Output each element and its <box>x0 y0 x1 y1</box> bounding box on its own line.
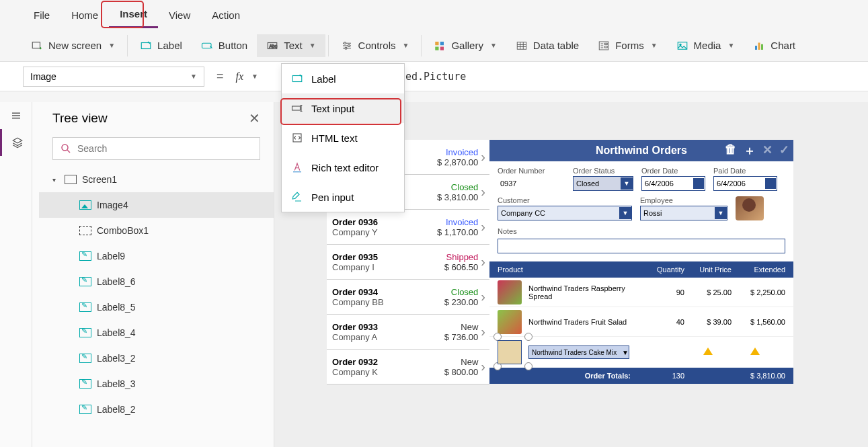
property-selector[interactable]: Image▼ <box>23 67 204 87</box>
chevron-right-icon: › <box>481 219 485 235</box>
svg-text:Abc: Abc <box>270 44 278 48</box>
chevron-right-icon: › <box>481 289 485 304</box>
pen-input-icon <box>291 191 303 203</box>
close-tree-button[interactable]: ✕ <box>249 110 260 126</box>
media-dropdown-button[interactable]: Media▼ <box>667 34 744 57</box>
order-row[interactable]: Order 0933Company A New$ 736.00› <box>327 315 489 350</box>
menu-insert[interactable]: Insert <box>109 1 158 28</box>
hamburger-icon <box>10 110 22 122</box>
order-row[interactable]: Order 0936Company Y Invoiced$ 1,170.00› <box>327 210 489 245</box>
caret-down-icon[interactable]: ▾ <box>52 176 59 184</box>
selected-image-control[interactable] <box>498 340 522 364</box>
search-icon <box>60 143 72 155</box>
svg-rect-18 <box>755 46 757 50</box>
svg-rect-22 <box>292 76 302 82</box>
hamburger-button[interactable] <box>0 102 32 129</box>
dropdown-item-pen-input[interactable]: Pen input <box>282 182 404 212</box>
fx-chevron-icon[interactable]: ▼ <box>251 73 258 80</box>
chevron-right-icon: › <box>481 149 485 165</box>
selection-handle[interactable] <box>524 362 532 370</box>
tree-item-label8-2[interactable]: Label8_2 <box>39 397 274 422</box>
label-icon <box>79 328 91 337</box>
label-icon <box>79 251 91 261</box>
order-row[interactable]: Order 0934Company BB Closed$ 230.00› <box>327 280 489 315</box>
screen-icon <box>65 175 77 184</box>
svg-rect-10 <box>436 46 439 50</box>
label-icon <box>79 405 91 414</box>
tree-view-title: Tree view <box>52 111 108 126</box>
menu-action[interactable]: Action <box>201 3 251 28</box>
data-table-button[interactable]: Data table <box>506 34 588 57</box>
forms-dropdown-button[interactable]: Forms▼ <box>588 34 666 57</box>
tree-view-rail-button[interactable] <box>0 129 32 156</box>
label-button[interactable]: Label <box>130 34 192 57</box>
controls-dropdown-button[interactable]: Controls▼ <box>331 34 419 57</box>
forms-icon <box>598 40 610 52</box>
product-row[interactable]: Northwind Traders Raspberry Spread90$ 25… <box>489 278 793 307</box>
layers-icon <box>11 136 24 149</box>
order-row[interactable]: Order 0932Company K New$ 800.00› <box>327 350 489 384</box>
order-row[interactable]: Order 0935Company I Shipped$ 606.50› <box>327 245 489 280</box>
svg-rect-13 <box>599 42 608 50</box>
equals-sign: = <box>211 69 229 83</box>
controls-icon <box>341 40 353 52</box>
menu-home[interactable]: Home <box>61 3 109 28</box>
tree-item-label8-5[interactable]: Label8_5 <box>39 294 274 320</box>
dropdown-item-label[interactable]: Label <box>282 64 404 93</box>
tree-item-label8-4[interactable]: Label8_4 <box>39 320 274 346</box>
svg-point-5 <box>344 42 346 44</box>
trash-icon[interactable]: 🗑 <box>725 143 737 159</box>
fx-label: fx <box>236 71 244 83</box>
chart-icon <box>753 40 765 52</box>
product-thumb <box>498 310 522 334</box>
label-icon <box>79 277 91 286</box>
text-dropdown-button[interactable]: Abc Text▼ <box>257 34 325 57</box>
tree-search[interactable] <box>52 137 260 160</box>
tree-item-label3-2[interactable]: Label3_2 <box>39 346 274 371</box>
tree-item-label9[interactable]: Label9 <box>39 243 274 269</box>
svg-rect-8 <box>436 42 439 45</box>
order-number-field: 0937 <box>498 176 565 191</box>
formula-bar: Image▼ = fx▼ ted.Picture <box>0 62 868 91</box>
paid-date-picker[interactable]: 6/4/2006 <box>713 176 777 191</box>
cancel-icon[interactable]: ✕ <box>762 143 773 159</box>
button-button[interactable]: Button <box>192 34 257 57</box>
new-screen-button[interactable]: New screen▼ <box>22 34 124 57</box>
menu-view[interactable]: View <box>158 3 201 28</box>
tree-item-combobox1[interactable]: ComboBox1 <box>39 218 274 243</box>
employee-avatar <box>736 196 764 220</box>
menubar: File Home Insert View Action <box>0 0 868 30</box>
dropdown-item-text-input[interactable]: Text input <box>282 93 404 123</box>
dropdown-item-rich-text[interactable]: Rich text editor <box>282 153 404 182</box>
selection-handle[interactable] <box>524 333 532 341</box>
menu-file[interactable]: File <box>23 3 61 28</box>
product-row[interactable]: Northwind Traders Fruit Salad40$ 39.00$ … <box>489 307 793 337</box>
label-icon <box>140 40 152 52</box>
left-rail <box>0 102 32 447</box>
gallery-dropdown-button[interactable]: Gallery▼ <box>424 34 506 57</box>
tree-search-input[interactable] <box>77 143 253 154</box>
tree-item-label8-6[interactable]: Label8_6 <box>39 269 274 294</box>
html-text-icon <box>291 132 303 144</box>
tree-item-label8-3[interactable]: Label8_3 <box>39 371 274 397</box>
chevron-right-icon: › <box>481 324 485 339</box>
chevron-right-icon: › <box>481 359 485 374</box>
new-product-row[interactable]: Northwind Traders Cake Mix▼ <box>489 337 793 368</box>
order-date-picker[interactable]: 6/4/2006 <box>641 176 705 191</box>
plus-icon[interactable]: ＋ <box>744 143 756 159</box>
product-combobox[interactable]: Northwind Traders Cake Mix▼ <box>528 346 629 359</box>
chevron-right-icon: › <box>481 184 485 200</box>
svg-point-7 <box>345 47 347 49</box>
notes-input[interactable] <box>498 239 785 253</box>
tree-item-image4[interactable]: Image4 <box>39 192 274 218</box>
order-status-select[interactable]: Closed▼ <box>573 176 633 191</box>
dropdown-item-html-text[interactable]: HTML text <box>282 123 404 153</box>
media-icon <box>676 40 688 52</box>
ribbon: New screen▼ Label Button Abc Text▼ Contr… <box>0 30 868 62</box>
tree-root-screen1[interactable]: ▾ Screen1 <box>39 167 274 192</box>
chart-button[interactable]: Chart <box>744 34 805 57</box>
check-icon[interactable]: ✓ <box>779 143 789 159</box>
customer-select[interactable]: Company CC▼ <box>498 206 632 220</box>
employee-select[interactable]: Rossi▼ <box>640 206 727 220</box>
svg-point-21 <box>62 145 68 151</box>
